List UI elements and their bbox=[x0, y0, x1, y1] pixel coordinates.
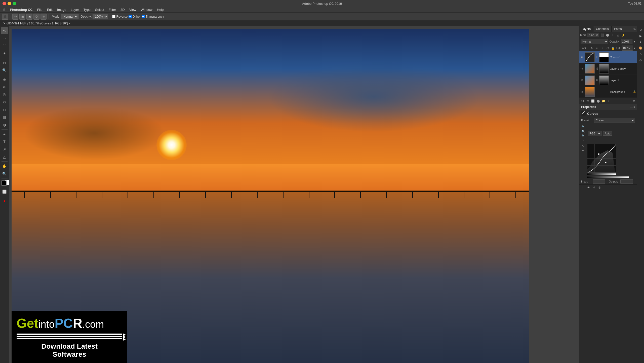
tool-clone[interactable]: ⎘ bbox=[1, 91, 8, 98]
swatches-btn[interactable]: 🎨 bbox=[638, 45, 643, 51]
tool-quick-select[interactable]: ✦ bbox=[1, 50, 8, 57]
curves-smooth-btn[interactable]: 〜 bbox=[581, 138, 585, 142]
history-btn[interactable]: ↺ bbox=[638, 27, 643, 33]
auto-btn[interactable]: Auto bbox=[603, 131, 612, 136]
filter-smart-btn[interactable]: ⚡ bbox=[621, 33, 626, 37]
curves-pointer-btn[interactable]: ↖ bbox=[581, 144, 585, 148]
layer-eye-layer1[interactable]: 👁 bbox=[580, 78, 584, 82]
canvas-area[interactable]: GetintoPCR.com Download LatestSoftwares bbox=[9, 26, 579, 363]
menu-select[interactable]: Select bbox=[93, 7, 106, 12]
menu-window[interactable]: Window bbox=[139, 7, 154, 12]
transparency-checkbox[interactable] bbox=[142, 15, 145, 18]
mode-select[interactable]: Normal bbox=[61, 14, 78, 19]
layer-eye-curves1[interactable]: 👁 bbox=[580, 55, 584, 59]
filter-type-btn[interactable]: T bbox=[611, 33, 615, 37]
panel-collapse-icon[interactable]: ≫ bbox=[633, 28, 636, 30]
menu-help[interactable]: Help bbox=[155, 7, 166, 12]
menu-type[interactable]: Type bbox=[82, 7, 93, 12]
tool-eyedropper[interactable]: 🔍 bbox=[1, 67, 8, 74]
opacity-input[interactable] bbox=[621, 39, 632, 44]
lock-transparent-btn[interactable]: ⊘ bbox=[589, 46, 594, 50]
curve-point-2[interactable] bbox=[598, 153, 599, 155]
channel-select[interactable]: RGB Red Green Blue bbox=[588, 131, 601, 136]
tool-lasso[interactable]: ⌒ bbox=[1, 42, 8, 49]
tool-dodge[interactable]: ◑ bbox=[1, 121, 8, 128]
clip-to-below-btn[interactable]: ⬇ bbox=[581, 185, 585, 190]
sample-shadow-btn[interactable]: 🔍 bbox=[581, 125, 585, 129]
opacity-dropdown-icon[interactable]: ▾ bbox=[634, 40, 635, 43]
tool-shape[interactable]: △ bbox=[1, 153, 8, 160]
filter-shape-btn[interactable]: △ bbox=[616, 33, 620, 37]
foreground-color-swatch[interactable] bbox=[2, 180, 7, 186]
delete-adj-btn[interactable]: 🗑 bbox=[597, 185, 602, 190]
char-styles-btn[interactable]: A bbox=[638, 51, 643, 57]
curve-point-1[interactable] bbox=[605, 162, 607, 163]
menu-layer[interactable]: Layer bbox=[69, 7, 81, 12]
menu-3d[interactable]: 3D bbox=[118, 7, 127, 12]
add-adjustment-btn[interactable]: ⬤ bbox=[596, 99, 600, 103]
tool-brush[interactable]: ✏ bbox=[1, 84, 8, 91]
sample-midtone-btn[interactable]: 🔍 bbox=[581, 129, 585, 133]
menu-file[interactable]: File bbox=[35, 7, 45, 12]
layer-row-background[interactable]: 👁 Background 🔒 bbox=[579, 86, 637, 98]
menu-image[interactable]: Image bbox=[55, 7, 68, 12]
info-btn[interactable]: ℹ bbox=[638, 39, 643, 45]
properties-collapse-btn[interactable]: — × bbox=[630, 106, 635, 108]
tool-history[interactable]: ↺ bbox=[1, 99, 8, 106]
blend-mode-select[interactable]: Normal bbox=[581, 39, 608, 44]
actions-btn[interactable]: ▶ bbox=[638, 33, 643, 39]
tool-gradient[interactable]: ▤ bbox=[1, 114, 8, 121]
doc-tab-close[interactable]: ✕ bbox=[3, 22, 6, 25]
menu-edit[interactable]: Edit bbox=[45, 7, 55, 12]
tool-crop[interactable]: ⊡ bbox=[1, 59, 8, 66]
add-group-btn[interactable]: 📁 bbox=[601, 99, 606, 103]
curves-draw-btn[interactable]: ✏ bbox=[581, 148, 585, 152]
output-value[interactable] bbox=[620, 179, 633, 184]
tab-layers[interactable]: Layers bbox=[579, 26, 593, 32]
properties-toggle-btn[interactable]: ⚙ bbox=[638, 57, 643, 63]
tab-paths[interactable]: Paths bbox=[612, 26, 625, 32]
layer-row-curves1[interactable]: 👁 ⛓ Curves 1 bbox=[579, 51, 637, 63]
menu-filter[interactable]: Filter bbox=[107, 7, 118, 12]
tool-eraser[interactable]: ◻ bbox=[1, 106, 8, 113]
dither-checkbox[interactable] bbox=[129, 15, 132, 18]
view-prev-btn[interactable]: 👁 bbox=[586, 185, 591, 190]
lock-all-btn[interactable]: 🔒 bbox=[611, 46, 615, 50]
lock-artboard-btn[interactable]: ⬡ bbox=[606, 46, 610, 50]
reverse-checkbox[interactable] bbox=[112, 15, 115, 18]
minimize-button[interactable] bbox=[8, 2, 11, 5]
add-style-btn[interactable]: fx bbox=[585, 99, 590, 103]
tool-text[interactable]: T bbox=[1, 138, 8, 145]
tool-path-select[interactable]: ↗ bbox=[1, 146, 8, 153]
filter-pixel-btn[interactable]: ⬛ bbox=[600, 33, 605, 37]
layer-eye-copy[interactable]: 👁 bbox=[580, 67, 584, 71]
tab-channels[interactable]: Channels bbox=[593, 26, 612, 32]
delete-layer-btn[interactable]: 🗑 bbox=[631, 99, 636, 103]
tool-icon-1[interactable]: ⬛ bbox=[2, 14, 8, 20]
brush-size-btn[interactable]: ⊡ bbox=[41, 14, 47, 20]
sample-highlight-btn[interactable]: 🔍 bbox=[581, 134, 585, 138]
tool-hand[interactable]: ✋ bbox=[1, 163, 8, 170]
tool-marquee[interactable]: ▭ bbox=[1, 35, 8, 42]
lock-image-btn[interactable]: ✏ bbox=[595, 46, 599, 50]
layer-eye-bg[interactable]: 👁 bbox=[580, 90, 584, 94]
opacity-select[interactable]: 100% bbox=[93, 14, 108, 19]
close-button[interactable] bbox=[3, 2, 6, 5]
brush-type-btn-4[interactable]: ⬡ bbox=[33, 14, 39, 20]
add-mask-btn[interactable]: ⬜ bbox=[591, 99, 595, 103]
curves-graph[interactable] bbox=[587, 144, 616, 173]
menu-view[interactable]: View bbox=[127, 7, 138, 12]
document-tab[interactable]: ✕ d864-391.NEF @ 66.7% (Curves 1, RGB/16… bbox=[0, 21, 644, 26]
brush-type-btn-3[interactable]: ▣ bbox=[26, 14, 32, 20]
preset-select[interactable]: Custom Default Strong Contrast bbox=[594, 118, 635, 123]
brush-type-btn-2[interactable]: ▦ bbox=[19, 14, 25, 20]
menu-app[interactable]: Photoshop CC bbox=[8, 7, 34, 12]
fill-dropdown-icon[interactable]: ▾ bbox=[634, 47, 635, 50]
fill-input[interactable] bbox=[622, 46, 633, 51]
filter-adj-btn[interactable]: ⬤ bbox=[605, 33, 610, 37]
tool-spot-heal[interactable]: ⊕ bbox=[1, 76, 8, 83]
tool-pen[interactable]: ✒ bbox=[1, 131, 8, 138]
tool-zoom[interactable]: 🔍 bbox=[1, 170, 8, 177]
maximize-button[interactable] bbox=[13, 2, 16, 5]
layer-row-copy[interactable]: 👁 ⛓ Layer 1 copy bbox=[579, 63, 637, 75]
